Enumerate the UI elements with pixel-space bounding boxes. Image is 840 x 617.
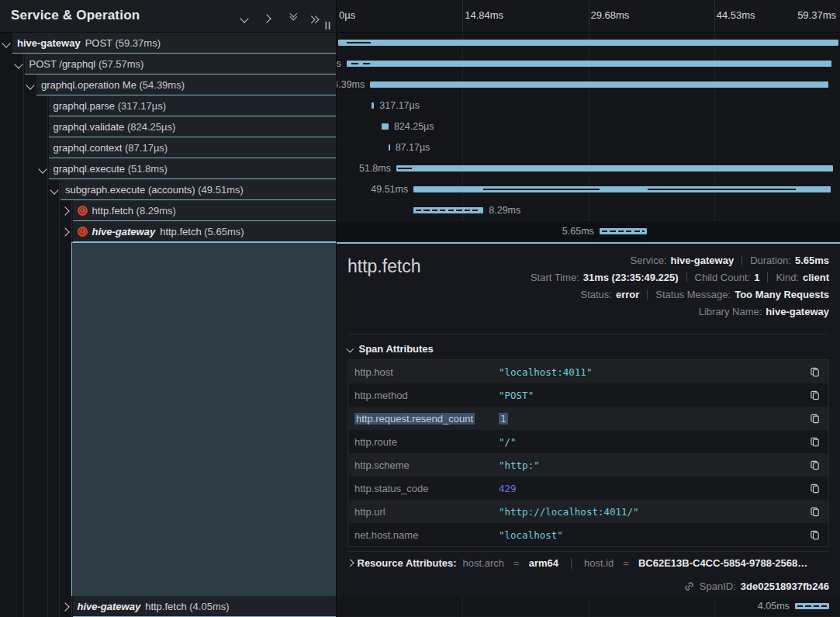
span-duration: (824.25µs) [127, 121, 175, 133]
meta-value: 5.65ms [795, 255, 829, 266]
timeline-row[interactable]: 54.39ms [337, 75, 840, 95]
meta-label: Service: [631, 255, 667, 266]
tree-row[interactable]: hive-gatewayPOST (59.37ms) [0, 33, 336, 54]
timeline-row[interactable]: 317.17µs [337, 95, 840, 116]
chevron-right-icon[interactable] [60, 206, 69, 215]
span-duration: (57.57ms) [99, 58, 144, 70]
timeline-row[interactable]: 49.51ms [337, 179, 840, 200]
attribute-row[interactable]: http.url"http://localhost:4011/" [348, 500, 828, 523]
copy-icon[interactable] [808, 388, 822, 402]
span-bar-duration-label: 824.25µs [394, 116, 434, 137]
resource-attributes-row[interactable]: Resource Attributes: host.arch=arm64host… [347, 557, 829, 569]
span-bar[interactable] [795, 603, 829, 609]
tree-row[interactable]: !http.fetch (8.29ms) [0, 200, 336, 221]
chevron-down-icon[interactable] [38, 165, 47, 173]
copy-icon[interactable] [808, 435, 822, 449]
span-bar-duration-label: 49.51ms [371, 179, 408, 200]
span-duration: (87.17µs) [125, 142, 168, 154]
tree-row[interactable]: hive-gatewayhttp.fetch (4.05ms) [0, 596, 336, 617]
timeline-row[interactable]: 51.8ms [337, 158, 840, 179]
attribute-row[interactable]: net.host.name"localhost" [348, 523, 828, 546]
attribute-row[interactable]: http.method"POST" [348, 383, 828, 407]
attribute-value: "/" [499, 436, 808, 448]
span-operation-name: graphql.execute (51.8ms) [54, 163, 168, 175]
timeline-row[interactable]: 824.25µs [337, 116, 840, 137]
copy-icon[interactable] [808, 411, 822, 425]
resource-value: BC62E13B-C4CC-5854-9788-2568… [638, 557, 807, 569]
chevron-down-icon[interactable] [2, 39, 10, 47]
chevron-right-icon[interactable] [60, 602, 69, 611]
span-bar[interactable] [389, 144, 390, 151]
copy-icon[interactable] [808, 458, 822, 472]
span-detail-panel: http.fetch Service:hive-gatewayDuration:… [337, 242, 840, 596]
span-row-content[interactable]: graphql.operation Me (54.39ms) [36, 75, 336, 95]
attribute-row[interactable]: http.route"/" [348, 430, 828, 453]
collapse-all-button[interactable] [286, 11, 300, 23]
collapse-one-button[interactable] [241, 11, 255, 23]
span-bar[interactable] [382, 123, 389, 130]
tree-row[interactable]: graphql.context (87.17µs) [0, 137, 336, 158]
span-bar-duration-label: 317.17µs [379, 95, 420, 116]
attribute-row[interactable]: http.scheme"http:" [348, 453, 828, 477]
meta-separator [767, 272, 768, 283]
span-row-content[interactable]: hive-gatewayhttp.fetch (4.05ms) [73, 596, 337, 617]
span-row-content[interactable]: hive-gatewayPOST (59.37ms) [12, 33, 336, 54]
span-bar[interactable] [338, 40, 838, 46]
tree-row[interactable]: graphql.validate (824.25µs) [0, 116, 336, 137]
timeline-row[interactable]: 57.57ms [337, 54, 840, 75]
span-row-content[interactable]: subgraph.execute (accounts) (49.51ms) [60, 179, 336, 200]
timeline-row[interactable]: 4.05ms [337, 596, 840, 617]
span-bar[interactable] [396, 165, 833, 172]
span-bar[interactable] [413, 207, 483, 213]
indent-gutter [0, 158, 49, 179]
chevron-down-icon[interactable] [14, 60, 22, 68]
pane-resize-grip[interactable]: || [325, 20, 331, 29]
copy-icon[interactable] [808, 481, 822, 495]
span-row-content[interactable]: graphql.execute (51.8ms) [49, 158, 337, 179]
expand-one-button[interactable] [264, 11, 278, 23]
copy-icon[interactable] [808, 528, 822, 542]
meta-label: Status Message: [655, 289, 731, 300]
span-row-content[interactable]: graphql.validate (824.25µs) [49, 116, 337, 137]
chevron-down-icon[interactable] [26, 81, 34, 89]
attribute-row[interactable]: http.request.resend_count1 [348, 407, 828, 430]
timeline-ruler[interactable]: 0µs14.84ms29.68ms44.53ms59.37ms [337, 0, 840, 33]
timeline-row[interactable]: 8.29ms [337, 200, 840, 221]
chevron-down-icon[interactable] [50, 185, 58, 194]
timeline-row[interactable]: 87.17µs [337, 137, 840, 158]
resource-key: host.id [584, 557, 614, 569]
tree-row[interactable]: graphql.operation Me (54.39ms) [0, 75, 336, 95]
chevron-right-icon[interactable] [60, 227, 69, 236]
span-attributes-header[interactable]: Span Attributes [347, 343, 434, 355]
tree-row[interactable]: !hive-gatewayhttp.fetch (5.65ms) [0, 221, 336, 242]
span-row-content[interactable]: !http.fetch (8.29ms) [73, 200, 337, 221]
indent-gutter [0, 33, 12, 54]
timeline-row[interactable]: 5.65ms [337, 221, 840, 242]
meta-separator [741, 255, 742, 265]
expand-all-button[interactable] [309, 11, 323, 23]
indent-gutter [0, 75, 36, 95]
attribute-key: http.scheme [354, 459, 499, 471]
tree-row[interactable]: graphql.parse (317.17µs) [0, 95, 336, 116]
tree-row[interactable]: POST /graphql (57.57ms) [0, 54, 336, 75]
attribute-row[interactable]: http.host"localhost:4011" [348, 360, 828, 383]
span-bar[interactable] [600, 228, 647, 234]
span-bar[interactable] [372, 102, 374, 109]
tree-row[interactable]: graphql.execute (51.8ms) [0, 158, 336, 179]
span-detail-title: http.fetch [347, 256, 421, 277]
span-row-content[interactable]: graphql.parse (317.17µs) [49, 95, 337, 116]
span-row-content[interactable]: graphql.context (87.17µs) [49, 137, 337, 158]
span-row-content[interactable]: POST /graphql (57.57ms) [25, 54, 337, 75]
tree-row[interactable]: subgraph.execute (accounts) (49.51ms) [0, 179, 336, 200]
selected-span-block[interactable] [71, 242, 336, 596]
chevron-down-icon [347, 345, 354, 352]
span-bar[interactable] [347, 61, 831, 67]
chevron-down-icon [240, 14, 248, 23]
copy-icon[interactable] [808, 504, 822, 518]
span-row-content[interactable]: !hive-gatewayhttp.fetch (5.65ms) [73, 221, 337, 242]
span-bar[interactable] [370, 81, 828, 88]
attribute-row[interactable]: http.status_code429 [348, 477, 828, 500]
timeline-row[interactable]: 59.37ms [337, 33, 840, 54]
span-bar[interactable] [413, 186, 831, 192]
copy-icon[interactable] [808, 365, 822, 379]
